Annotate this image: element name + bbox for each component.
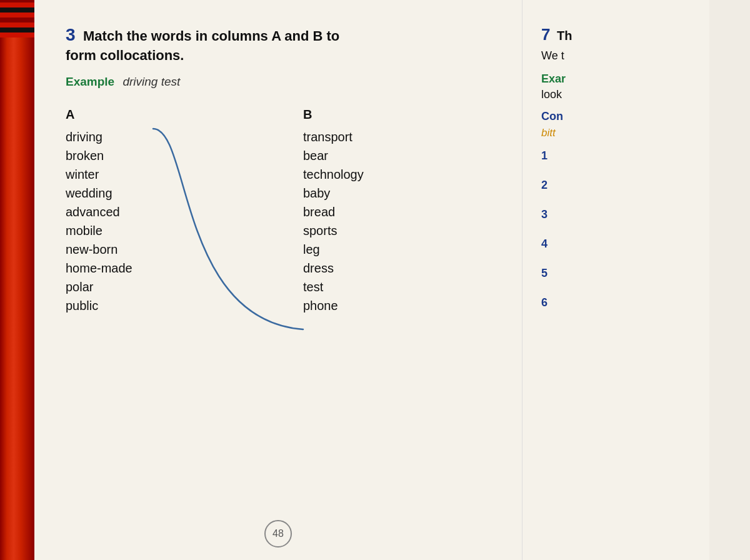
right-num-4: 4 <box>541 238 697 251</box>
right-title-partial: Th <box>557 29 572 42</box>
column-b-header: B <box>303 108 428 122</box>
word-b-bear: bear <box>303 149 428 162</box>
word-a-broken: broken <box>66 149 203 162</box>
columns-container: A driving broken winter wedding advanced… <box>66 108 497 318</box>
exercise-section: 3 Match the words in columns A and B to … <box>34 0 522 560</box>
right-numbers-list: 1 2 3 4 5 6 <box>541 149 697 309</box>
word-b-test: test <box>303 281 428 293</box>
word-a-polar: polar <box>66 281 203 293</box>
word-a-homemade: home-made <box>66 262 203 274</box>
page-content: 3 Match the words in columns A and B to … <box>34 0 709 560</box>
word-b-leg: leg <box>303 243 428 256</box>
right-example-label: Exar <box>541 72 566 85</box>
word-a-wedding: wedding <box>66 187 203 199</box>
exercise-title-line2: form collocations. <box>66 48 497 64</box>
word-a-advanced: advanced <box>66 206 203 218</box>
column-a-header: A <box>66 108 203 122</box>
example-text: driving test <box>122 75 180 88</box>
word-b-phone: phone <box>303 299 428 312</box>
word-a-driving: driving <box>66 131 203 143</box>
right-section: 7 Th We t Exar look Con bitt 1 2 3 4 5 6 <box>522 0 709 560</box>
column-a: A driving broken winter wedding advanced… <box>66 108 203 318</box>
right-look-text: look <box>541 88 697 101</box>
right-num-5: 5 <box>541 267 697 280</box>
right-com-label: Con <box>541 110 697 123</box>
word-b-baby: baby <box>303 187 428 199</box>
right-header: 7 Th <box>541 25 697 44</box>
word-b-dress: dress <box>303 262 428 274</box>
word-a-newborn: new-born <box>66 243 203 256</box>
page-number: 48 <box>264 520 292 548</box>
exercise-header: 3 Match the words in columns A and B to <box>66 25 497 45</box>
word-a-public: public <box>66 299 203 312</box>
exercise-title: Match the words in columns A and B to <box>83 28 339 44</box>
spine-decoration <box>0 0 34 38</box>
right-num-3: 3 <box>541 208 697 221</box>
right-we-text: We t <box>541 49 697 62</box>
right-num-6: 6 <box>541 296 697 309</box>
right-num-2: 2 <box>541 179 697 192</box>
book-spine <box>0 0 34 560</box>
word-a-winter: winter <box>66 168 203 181</box>
word-b-sports: sports <box>303 224 428 237</box>
example-label: Example <box>66 75 114 88</box>
word-b-technology: technology <box>303 168 428 181</box>
word-a-mobile: mobile <box>66 224 203 237</box>
column-b: B transport bear technology baby bread s… <box>303 108 428 318</box>
right-exercise-number: 7 <box>541 25 550 44</box>
right-num-1: 1 <box>541 149 697 162</box>
word-b-transport: transport <box>303 131 428 143</box>
example-line: Example driving test <box>66 75 497 89</box>
right-bitt-text: bitt <box>541 127 697 139</box>
word-b-bread: bread <box>303 206 428 218</box>
exercise-number: 3 <box>66 25 76 44</box>
